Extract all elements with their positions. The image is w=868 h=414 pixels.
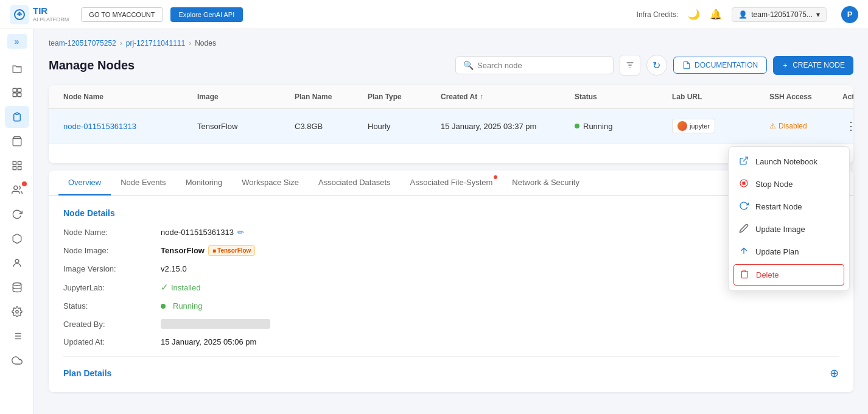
menu-label-delete: Delete bbox=[756, 270, 779, 279]
breadcrumb-sep-1: › bbox=[120, 39, 122, 47]
sidebar-item-shop[interactable] bbox=[5, 130, 29, 152]
sidebar-item-box[interactable] bbox=[5, 228, 29, 250]
svg-rect-8 bbox=[18, 161, 21, 164]
search-icon: 🔍 bbox=[463, 60, 474, 70]
status-dot bbox=[575, 124, 579, 128]
tab-monitoring[interactable]: Monitoring bbox=[176, 170, 233, 195]
logo-sub: AI PLATFORM bbox=[33, 16, 69, 23]
detail-label-updated-at: Updated At: bbox=[63, 337, 161, 346]
tab-workspace-size[interactable]: Workspace Size bbox=[232, 170, 309, 195]
explore-genai-button[interactable]: Explore GenAI API bbox=[170, 7, 243, 22]
sidebar-toggle-button[interactable]: » bbox=[7, 34, 27, 49]
logo-icon bbox=[10, 5, 29, 24]
create-node-button[interactable]: ＋ CREATE NODE bbox=[773, 56, 853, 75]
logo-area: TIR AI PLATFORM bbox=[10, 5, 69, 24]
breadcrumb-team[interactable]: team-120517075252 bbox=[49, 39, 116, 47]
stop-icon bbox=[738, 178, 749, 190]
col-created-at[interactable]: Created At ↑ bbox=[436, 85, 570, 108]
sidebar-item-list[interactable] bbox=[5, 325, 29, 347]
update-plan-icon bbox=[738, 246, 749, 258]
col-plan-name: Plan Name bbox=[290, 85, 363, 108]
svg-point-1 bbox=[18, 13, 21, 16]
node-name-link[interactable]: node-011515361313 bbox=[63, 122, 136, 131]
team-selector[interactable]: 👤 team-120517075... ▾ bbox=[732, 7, 827, 22]
search-input[interactable] bbox=[477, 61, 606, 70]
delete-icon bbox=[739, 269, 750, 281]
sidebar-item-dashboard[interactable] bbox=[5, 82, 29, 103]
sidebar-item-cloud[interactable] bbox=[5, 349, 29, 371]
sidebar-item-nodes[interactable] bbox=[5, 106, 29, 128]
detail-label-node-image: Node Image: bbox=[63, 246, 161, 255]
sidebar-item-storage[interactable] bbox=[5, 276, 29, 298]
svg-rect-2 bbox=[13, 88, 16, 92]
notifications-icon[interactable]: 🔔 bbox=[710, 9, 722, 20]
sidebar-item-alerts[interactable] bbox=[5, 179, 29, 201]
menu-label-restart: Restart Node bbox=[755, 202, 802, 211]
menu-label-stop: Stop Node bbox=[755, 180, 793, 189]
header-actions: 🔍 ↻ DOCUMENTATION ＋ CREATE NODE bbox=[455, 55, 853, 75]
menu-item-stop-node[interactable]: Stop Node bbox=[729, 173, 849, 195]
tab-associated-datasets[interactable]: Associated Datasets bbox=[309, 170, 401, 195]
user-avatar[interactable]: P bbox=[841, 6, 858, 23]
svg-point-12 bbox=[15, 259, 19, 263]
table-header: Node Name Image Plan Name Plan Type Crea… bbox=[49, 85, 853, 109]
infra-credits-label: Infra Credits: bbox=[637, 10, 679, 19]
tab-overview[interactable]: Overview bbox=[58, 170, 111, 195]
top-header: TIR AI PLATFORM GO TO MYACCOUNT Explore … bbox=[0, 0, 868, 29]
svg-rect-3 bbox=[17, 88, 21, 92]
menu-label-launch: Launch Notebook bbox=[755, 157, 817, 166]
detail-value-node-image: TensorFlow ■TensorFlow bbox=[161, 245, 255, 256]
jupyter-label: jupyter bbox=[690, 122, 710, 130]
restart-icon bbox=[738, 201, 749, 212]
created-by-placeholder bbox=[161, 319, 270, 329]
jupyter-badge[interactable]: jupyter bbox=[672, 119, 715, 133]
detail-value-image-version: v2.15.0 bbox=[161, 264, 187, 273]
cell-status: Running bbox=[570, 109, 667, 143]
menu-item-update-image[interactable]: Update Image bbox=[729, 218, 849, 240]
col-status: Status bbox=[570, 85, 667, 108]
update-image-icon bbox=[738, 223, 749, 235]
cell-node-name: node-011515361313 bbox=[58, 109, 192, 143]
sidebar-item-files[interactable] bbox=[5, 57, 29, 79]
menu-item-delete[interactable]: Delete bbox=[733, 264, 844, 286]
detail-value-created-by bbox=[161, 319, 270, 329]
tab-network-security[interactable]: Network & Security bbox=[502, 170, 589, 195]
refresh-button[interactable]: ↻ bbox=[646, 55, 667, 75]
go-to-myaccount-button[interactable]: GO TO MYACCOUNT bbox=[81, 7, 163, 22]
svg-line-24 bbox=[743, 157, 747, 161]
menu-item-restart-node[interactable]: Restart Node bbox=[729, 195, 849, 218]
cell-created-at: 15 January, 2025 03:37 pm bbox=[436, 109, 570, 143]
menu-item-update-plan[interactable]: Update Plan bbox=[729, 240, 849, 263]
cell-image: TensorFlow bbox=[192, 109, 290, 143]
sidebar-item-team[interactable] bbox=[5, 252, 29, 274]
detail-row-image-version: Image Version: v2.15.0 bbox=[63, 264, 839, 273]
actions-menu-button[interactable]: ⋮ bbox=[842, 118, 853, 135]
tab-associated-filesystem[interactable]: Associated File-System bbox=[401, 170, 503, 195]
sidebar-item-settings[interactable] bbox=[5, 301, 29, 323]
menu-item-launch-notebook[interactable]: Launch Notebook bbox=[729, 150, 849, 173]
breadcrumb-sep-2: › bbox=[189, 39, 191, 47]
edit-node-name-icon[interactable]: ✏ bbox=[237, 228, 244, 237]
search-box[interactable]: 🔍 bbox=[455, 56, 614, 74]
logo-text: TIR AI PLATFORM bbox=[33, 5, 69, 23]
node-name-value: node-011515361313 bbox=[161, 228, 234, 237]
svg-rect-26 bbox=[743, 182, 745, 184]
breadcrumb-project[interactable]: prj-121711041111 bbox=[126, 39, 185, 47]
team-name: team-120517075... bbox=[751, 10, 813, 19]
cell-lab-url: jupyter bbox=[667, 109, 765, 143]
sidebar-item-refresh[interactable] bbox=[5, 203, 29, 225]
cell-plan-type: Hourly bbox=[363, 109, 436, 143]
plan-details-expand-icon[interactable]: ⊕ bbox=[830, 367, 839, 380]
col-ssh-access: SSH Access bbox=[765, 85, 838, 108]
plus-icon: ＋ bbox=[782, 60, 789, 71]
breadcrumb-current: Nodes bbox=[195, 39, 216, 47]
sidebar-item-grid[interactable] bbox=[5, 155, 29, 177]
filter-button[interactable] bbox=[620, 55, 640, 75]
table-row: node-011515361313 TensorFlow C3.8GB Hour… bbox=[49, 109, 853, 144]
dark-mode-icon[interactable]: 🌙 bbox=[688, 9, 700, 20]
cell-ssh-access: ⚠ Disabled bbox=[765, 109, 838, 143]
detail-label-node-name: Node Name: bbox=[63, 228, 161, 237]
documentation-button[interactable]: DOCUMENTATION bbox=[673, 57, 767, 74]
detail-value-updated-at: 15 January, 2025 05:06 pm bbox=[161, 337, 256, 346]
tab-node-events[interactable]: Node Events bbox=[111, 170, 175, 195]
